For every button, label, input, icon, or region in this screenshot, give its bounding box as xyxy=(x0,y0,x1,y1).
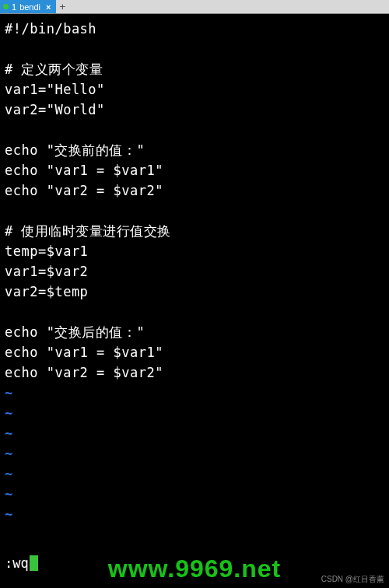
empty-line-tilde: ~ xyxy=(5,423,384,443)
command-text: :wq xyxy=(5,555,29,571)
code-line xyxy=(5,201,384,221)
close-icon[interactable]: × xyxy=(44,2,53,12)
editor-area[interactable]: #!/bin/bash# 定义两个变量var1="Hello"var2="Wor… xyxy=(0,14,389,524)
new-tab-button[interactable]: + xyxy=(56,0,68,13)
empty-line-tilde: ~ xyxy=(5,443,384,464)
code-line: #!/bin/bash xyxy=(5,19,384,39)
code-line: # 定义两个变量 xyxy=(5,59,384,79)
code-line: echo "var2 = $var2" xyxy=(5,180,384,201)
code-line: var1=$var2 xyxy=(5,261,384,282)
code-line: echo "var2 = $var2" xyxy=(5,362,384,383)
empty-line-tilde: ~ xyxy=(5,403,384,423)
code-line: temp=$var1 xyxy=(5,241,384,261)
empty-line-tilde: ~ xyxy=(5,504,384,524)
code-line: # 使用临时变量进行值交换 xyxy=(5,221,384,241)
code-line: echo "var1 = $var1" xyxy=(5,342,384,362)
cursor-icon xyxy=(30,555,38,571)
tab-active[interactable]: 1 bendi × xyxy=(0,0,56,13)
empty-line-tilde: ~ xyxy=(5,484,384,504)
empty-line-tilde: ~ xyxy=(5,464,384,484)
code-line: echo "var1 = $var1" xyxy=(5,160,384,180)
status-dot-icon xyxy=(3,4,9,9)
code-line xyxy=(5,120,384,140)
tab-index: 1 xyxy=(12,2,16,12)
credit-text: CSDN @红目香薰 xyxy=(321,574,384,585)
tab-bar: 1 bendi × + xyxy=(0,0,389,14)
code-line: var1="Hello" xyxy=(5,79,384,100)
code-line: var2="World" xyxy=(5,100,384,120)
code-line xyxy=(5,302,384,322)
code-line: var2=$temp xyxy=(5,282,384,302)
code-line: echo "交换前的值：" xyxy=(5,140,384,160)
code-line xyxy=(5,39,384,59)
vim-command-line[interactable]: :wq xyxy=(5,555,38,571)
tab-name: bendi xyxy=(19,2,40,12)
code-line: echo "交换后的值：" xyxy=(5,322,384,342)
empty-line-tilde: ~ xyxy=(5,383,384,403)
